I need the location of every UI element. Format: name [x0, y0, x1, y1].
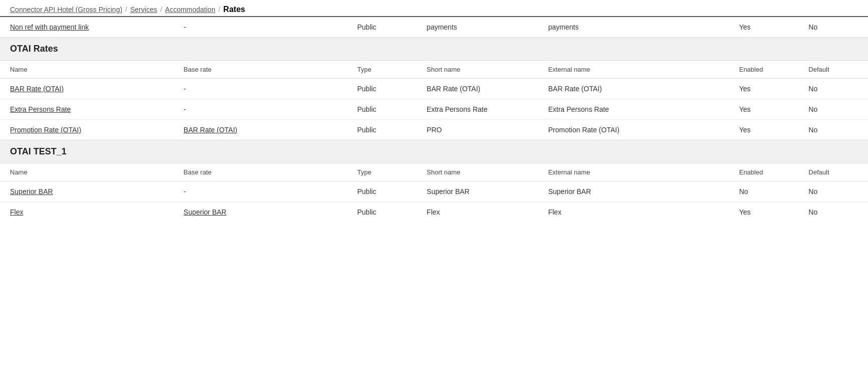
row-type-cell: Public [347, 202, 417, 223]
col-header-enabled: Enabled [729, 163, 799, 181]
table-row: BAR Rate (OTAI)-PublicBAR Rate (OTAI)BAR… [0, 79, 868, 99]
row-default-cell: No [798, 79, 868, 99]
col-header-type: Type [347, 61, 417, 79]
row-type-cell: Public [347, 99, 417, 120]
table-row: Promotion Rate (OTAI)BAR Rate (OTAI)Publ… [0, 120, 868, 140]
table-row: Extra Persons Rate-PublicExtra Persons R… [0, 99, 868, 120]
col-header-external_name: External name [538, 163, 729, 181]
col-header-default: Default [798, 163, 868, 181]
row-name-cell[interactable]: BAR Rate (OTAI) [0, 79, 174, 99]
breadcrumb-sep-2: / [160, 6, 162, 14]
sections-container: OTAI RatesNameBase rateTypeShort nameExt… [0, 37, 868, 222]
row-base-rate-cell[interactable]: BAR Rate (OTAI) [174, 120, 348, 140]
row-external_name-cell: Flex [538, 202, 729, 223]
breadcrumb-sep-1: / [125, 6, 127, 14]
breadcrumb-services[interactable]: Services [130, 6, 157, 14]
row-enabled-cell: No [729, 181, 799, 202]
section-header-otai-rates: OTAI Rates [0, 37, 868, 61]
row-base-rate-cell: - [174, 181, 348, 202]
top-row-type: Public [347, 17, 417, 37]
row-external_name-cell: Extra Persons Rate [538, 99, 729, 120]
col-header-type: Type [347, 163, 417, 181]
row-default-cell: No [798, 99, 868, 120]
top-row-name[interactable]: Non ref with payment link [0, 17, 174, 37]
section-header-otai-test-1: OTAI TEST_1 [0, 140, 868, 163]
row-enabled-cell: Yes [729, 202, 799, 223]
top-row-short-name: payments [417, 17, 538, 37]
col-header-name: Name [0, 163, 174, 181]
top-row-external-name: payments [538, 17, 729, 37]
table-row: FlexSuperior BARPublicFlexFlexYesNo [0, 202, 868, 223]
row-enabled-cell: Yes [729, 99, 799, 120]
row-default-cell: No [798, 120, 868, 140]
row-short_name-cell: Superior BAR [417, 181, 538, 202]
row-base-rate-cell[interactable]: Superior BAR [174, 202, 348, 223]
row-type-cell: Public [347, 181, 417, 202]
col-header-short_name: Short name [417, 61, 538, 79]
table-otai-test-1: NameBase rateTypeShort nameExternal name… [0, 163, 868, 222]
row-short_name-cell: Extra Persons Rate [417, 99, 538, 120]
row-base-rate-cell: - [174, 79, 348, 99]
row-default-cell: No [798, 181, 868, 202]
top-row-base-rate: - [174, 17, 348, 37]
row-external_name-cell: Promotion Rate (OTAI) [538, 120, 729, 140]
breadcrumb-connector[interactable]: Connector API Hotel (Gross Pricing) [10, 6, 122, 14]
row-name-cell[interactable]: Promotion Rate (OTAI) [0, 120, 174, 140]
row-external_name-cell: Superior BAR [538, 181, 729, 202]
col-header-base_rate: Base rate [174, 61, 348, 79]
top-row-default: No [798, 17, 868, 37]
row-name-cell[interactable]: Superior BAR [0, 181, 174, 202]
breadcrumb-accommodation[interactable]: Accommodation [165, 6, 215, 14]
col-header-name: Name [0, 61, 174, 79]
row-default-cell: No [798, 202, 868, 223]
col-header-base_rate: Base rate [174, 163, 348, 181]
breadcrumb: Connector API Hotel (Gross Pricing) / Se… [0, 0, 868, 17]
col-header-external_name: External name [538, 61, 729, 79]
row-short_name-cell: BAR Rate (OTAI) [417, 79, 538, 99]
top-table-row: Non ref with payment link - Public payme… [0, 17, 868, 37]
breadcrumb-sep-3: / [218, 6, 220, 14]
table-otai-rates: NameBase rateTypeShort nameExternal name… [0, 61, 868, 140]
row-base-rate-cell: - [174, 99, 348, 120]
row-type-cell: Public [347, 120, 417, 140]
col-header-short_name: Short name [417, 163, 538, 181]
top-row-enabled: Yes [729, 17, 799, 37]
row-short_name-cell: Flex [417, 202, 538, 223]
row-enabled-cell: Yes [729, 120, 799, 140]
row-type-cell: Public [347, 79, 417, 99]
row-enabled-cell: Yes [729, 79, 799, 99]
top-row-section: Non ref with payment link - Public payme… [0, 17, 868, 37]
breadcrumb-current: Rates [223, 5, 245, 14]
col-header-default: Default [798, 61, 868, 79]
row-name-cell[interactable]: Flex [0, 202, 174, 223]
row-short_name-cell: PRO [417, 120, 538, 140]
col-header-enabled: Enabled [729, 61, 799, 79]
table-row: Superior BAR-PublicSuperior BARSuperior … [0, 181, 868, 202]
row-external_name-cell: BAR Rate (OTAI) [538, 79, 729, 99]
row-name-cell[interactable]: Extra Persons Rate [0, 99, 174, 120]
